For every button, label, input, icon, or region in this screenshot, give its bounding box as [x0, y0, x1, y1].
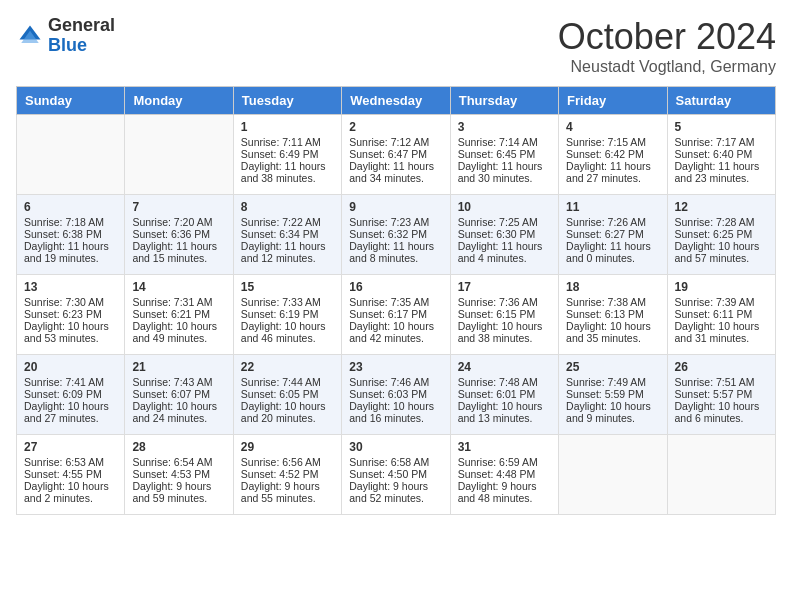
calendar-cell: 1Sunrise: 7:11 AMSunset: 6:49 PMDaylight… [233, 115, 341, 195]
sunset-text: Sunset: 6:40 PM [675, 148, 768, 160]
column-header-saturday: Saturday [667, 87, 775, 115]
calendar-cell: 24Sunrise: 7:48 AMSunset: 6:01 PMDayligh… [450, 355, 558, 435]
daylight-text: Daylight: 11 hours and 0 minutes. [566, 240, 659, 264]
sunrise-text: Sunrise: 7:31 AM [132, 296, 225, 308]
day-number: 25 [566, 360, 659, 374]
column-header-sunday: Sunday [17, 87, 125, 115]
day-number: 27 [24, 440, 117, 454]
column-header-monday: Monday [125, 87, 233, 115]
daylight-text: Daylight: 10 hours and 6 minutes. [675, 400, 768, 424]
day-number: 18 [566, 280, 659, 294]
sunrise-text: Sunrise: 7:51 AM [675, 376, 768, 388]
day-number: 15 [241, 280, 334, 294]
calendar-cell: 16Sunrise: 7:35 AMSunset: 6:17 PMDayligh… [342, 275, 450, 355]
daylight-text: Daylight: 10 hours and 27 minutes. [24, 400, 117, 424]
daylight-text: Daylight: 10 hours and 53 minutes. [24, 320, 117, 344]
calendar-cell: 6Sunrise: 7:18 AMSunset: 6:38 PMDaylight… [17, 195, 125, 275]
sunset-text: Sunset: 6:34 PM [241, 228, 334, 240]
sunrise-text: Sunrise: 6:58 AM [349, 456, 442, 468]
daylight-text: Daylight: 10 hours and 2 minutes. [24, 480, 117, 504]
sunset-text: Sunset: 4:52 PM [241, 468, 334, 480]
sunrise-text: Sunrise: 7:43 AM [132, 376, 225, 388]
sunrise-text: Sunrise: 7:26 AM [566, 216, 659, 228]
sunset-text: Sunset: 6:17 PM [349, 308, 442, 320]
daylight-text: Daylight: 11 hours and 27 minutes. [566, 160, 659, 184]
sunrise-text: Sunrise: 6:54 AM [132, 456, 225, 468]
sunset-text: Sunset: 4:53 PM [132, 468, 225, 480]
logo-icon [16, 22, 44, 50]
sunrise-text: Sunrise: 7:18 AM [24, 216, 117, 228]
day-number: 22 [241, 360, 334, 374]
daylight-text: Daylight: 10 hours and 16 minutes. [349, 400, 442, 424]
calendar-cell: 27Sunrise: 6:53 AMSunset: 4:55 PMDayligh… [17, 435, 125, 515]
column-header-friday: Friday [559, 87, 667, 115]
calendar-cell [667, 435, 775, 515]
sunrise-text: Sunrise: 7:23 AM [349, 216, 442, 228]
daylight-text: Daylight: 10 hours and 46 minutes. [241, 320, 334, 344]
calendar-cell: 7Sunrise: 7:20 AMSunset: 6:36 PMDaylight… [125, 195, 233, 275]
daylight-text: Daylight: 11 hours and 30 minutes. [458, 160, 551, 184]
column-header-thursday: Thursday [450, 87, 558, 115]
sunrise-text: Sunrise: 7:12 AM [349, 136, 442, 148]
calendar-week-row: 13Sunrise: 7:30 AMSunset: 6:23 PMDayligh… [17, 275, 776, 355]
sunrise-text: Sunrise: 7:25 AM [458, 216, 551, 228]
logo: General Blue [16, 16, 115, 56]
daylight-text: Daylight: 11 hours and 38 minutes. [241, 160, 334, 184]
sunrise-text: Sunrise: 7:38 AM [566, 296, 659, 308]
calendar-cell: 19Sunrise: 7:39 AMSunset: 6:11 PMDayligh… [667, 275, 775, 355]
sunrise-text: Sunrise: 6:59 AM [458, 456, 551, 468]
calendar-week-row: 27Sunrise: 6:53 AMSunset: 4:55 PMDayligh… [17, 435, 776, 515]
day-number: 2 [349, 120, 442, 134]
day-number: 6 [24, 200, 117, 214]
sunrise-text: Sunrise: 7:11 AM [241, 136, 334, 148]
sunset-text: Sunset: 6:45 PM [458, 148, 551, 160]
sunrise-text: Sunrise: 7:17 AM [675, 136, 768, 148]
calendar-week-row: 6Sunrise: 7:18 AMSunset: 6:38 PMDaylight… [17, 195, 776, 275]
calendar-cell: 29Sunrise: 6:56 AMSunset: 4:52 PMDayligh… [233, 435, 341, 515]
calendar-cell: 23Sunrise: 7:46 AMSunset: 6:03 PMDayligh… [342, 355, 450, 435]
day-number: 14 [132, 280, 225, 294]
logo-text: General Blue [48, 16, 115, 56]
sunset-text: Sunset: 6:47 PM [349, 148, 442, 160]
daylight-text: Daylight: 10 hours and 49 minutes. [132, 320, 225, 344]
calendar-cell: 22Sunrise: 7:44 AMSunset: 6:05 PMDayligh… [233, 355, 341, 435]
sunset-text: Sunset: 6:32 PM [349, 228, 442, 240]
calendar-cell: 26Sunrise: 7:51 AMSunset: 5:57 PMDayligh… [667, 355, 775, 435]
sunset-text: Sunset: 4:48 PM [458, 468, 551, 480]
sunrise-text: Sunrise: 7:20 AM [132, 216, 225, 228]
daylight-text: Daylight: 10 hours and 31 minutes. [675, 320, 768, 344]
sunrise-text: Sunrise: 7:39 AM [675, 296, 768, 308]
day-number: 23 [349, 360, 442, 374]
daylight-text: Daylight: 9 hours and 48 minutes. [458, 480, 551, 504]
daylight-text: Daylight: 11 hours and 15 minutes. [132, 240, 225, 264]
day-number: 5 [675, 120, 768, 134]
sunset-text: Sunset: 6:13 PM [566, 308, 659, 320]
day-number: 12 [675, 200, 768, 214]
calendar-cell: 2Sunrise: 7:12 AMSunset: 6:47 PMDaylight… [342, 115, 450, 195]
logo-general-text: General [48, 16, 115, 36]
sunrise-text: Sunrise: 6:53 AM [24, 456, 117, 468]
calendar-cell [559, 435, 667, 515]
calendar-cell: 8Sunrise: 7:22 AMSunset: 6:34 PMDaylight… [233, 195, 341, 275]
sunset-text: Sunset: 6:30 PM [458, 228, 551, 240]
daylight-text: Daylight: 9 hours and 59 minutes. [132, 480, 225, 504]
sunset-text: Sunset: 6:01 PM [458, 388, 551, 400]
day-number: 1 [241, 120, 334, 134]
sunset-text: Sunset: 6:11 PM [675, 308, 768, 320]
logo-blue-text: Blue [48, 36, 115, 56]
calendar-cell: 9Sunrise: 7:23 AMSunset: 6:32 PMDaylight… [342, 195, 450, 275]
daylight-text: Daylight: 10 hours and 38 minutes. [458, 320, 551, 344]
day-number: 19 [675, 280, 768, 294]
column-header-wednesday: Wednesday [342, 87, 450, 115]
calendar-table: SundayMondayTuesdayWednesdayThursdayFrid… [16, 86, 776, 515]
daylight-text: Daylight: 11 hours and 19 minutes. [24, 240, 117, 264]
calendar-cell [17, 115, 125, 195]
daylight-text: Daylight: 10 hours and 42 minutes. [349, 320, 442, 344]
calendar-cell: 11Sunrise: 7:26 AMSunset: 6:27 PMDayligh… [559, 195, 667, 275]
day-number: 30 [349, 440, 442, 454]
sunset-text: Sunset: 5:57 PM [675, 388, 768, 400]
calendar-cell: 28Sunrise: 6:54 AMSunset: 4:53 PMDayligh… [125, 435, 233, 515]
sunrise-text: Sunrise: 7:22 AM [241, 216, 334, 228]
sunset-text: Sunset: 6:38 PM [24, 228, 117, 240]
sunset-text: Sunset: 6:23 PM [24, 308, 117, 320]
